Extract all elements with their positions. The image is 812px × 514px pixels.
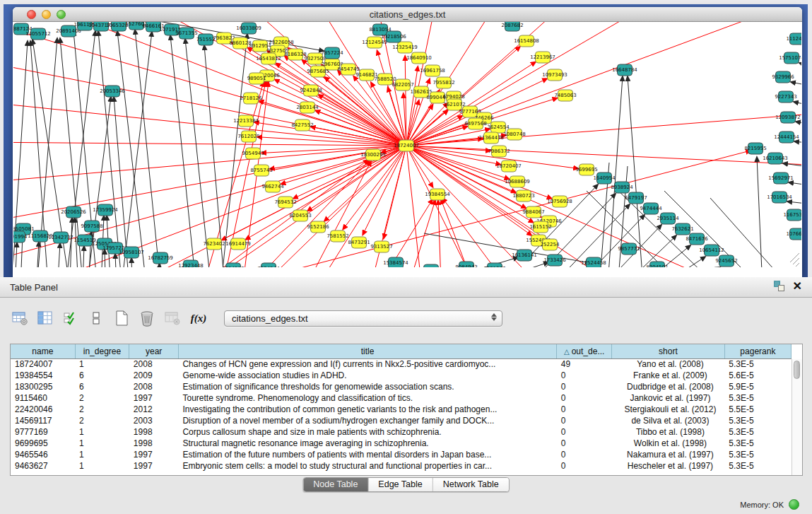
graph-node[interactable]: 8204501: [646, 262, 668, 267]
graph-node[interactable]: 8473291: [348, 237, 370, 248]
graph-node[interactable]: 7634544: [257, 263, 280, 267]
column-header-year[interactable]: year: [129, 344, 179, 358]
graph-node[interactable]: 10756928: [547, 196, 572, 207]
table-row[interactable]: 969969511998Structural magnetic resonanc…: [11, 438, 792, 449]
graph-node[interactable]: 6479197: [625, 192, 647, 204]
graph-node[interactable]: 989051: [247, 73, 266, 84]
column-header-out-de-[interactable]: △out_de...: [557, 344, 612, 358]
graph-node[interactable]: 9313527: [370, 241, 392, 252]
graph-node[interactable]: 7524452: [420, 264, 442, 267]
table-settings-button[interactable]: [10, 309, 29, 328]
graph-node[interactable]: 16914479: [225, 238, 251, 250]
graph-node[interactable]: 15384574: [383, 257, 408, 267]
graph-node[interactable]: 12325419: [392, 42, 418, 53]
graph-node[interactable]: 1167533: [783, 209, 801, 221]
graph-node[interactable]: 1201372: [483, 263, 505, 267]
graph-node[interactable]: 17016534: [767, 192, 792, 203]
graph-node[interactable]: 1880723: [512, 190, 534, 201]
graph-node[interactable]: 16648784: [612, 64, 637, 76]
graph-node[interactable]: 252254: [541, 239, 560, 250]
tab-node-table[interactable]: Node Table: [303, 478, 368, 491]
tab-network-table[interactable]: Network Table: [433, 478, 509, 491]
table-row[interactable]: 2242004622012Investigating the contribut…: [11, 404, 792, 415]
table-row[interactable]: 946554611997Estimation of the future num…: [11, 449, 792, 460]
column-header-short[interactable]: short: [612, 344, 725, 358]
graph-node[interactable]: 9227343: [775, 91, 796, 103]
memory-status-indicator[interactable]: [789, 499, 799, 510]
graph-node[interactable]: 8427552: [291, 119, 313, 131]
graph-node[interactable]: 7612025: [237, 131, 259, 142]
table-row[interactable]: 1830029562008Estimation of significance …: [11, 381, 792, 392]
table-row[interactable]: 1456911722003Disruption of a novel membe…: [11, 415, 792, 426]
graph-node[interactable]: 9084943: [455, 262, 477, 267]
graph-node[interactable]: 16782759: [148, 252, 173, 264]
table-row[interactable]: 1872400712008Changes of HCN gene express…: [11, 358, 792, 370]
graph-node[interactable]: 16136141: [512, 250, 537, 261]
graph-node[interactable]: 9462744: [261, 181, 284, 192]
graph-node[interactable]: 1640954: [593, 173, 616, 184]
table-row[interactable]: 911546021997Tourette syndrome. Phenomeno…: [11, 392, 792, 404]
graph-node[interactable]: 16210643: [763, 153, 788, 164]
graph-node[interactable]: 12444154: [774, 132, 799, 143]
column-header-pagerank[interactable]: pagerank: [724, 344, 791, 358]
graph-node[interactable]: 7986372: [488, 146, 510, 157]
scrollbar-thumb[interactable]: [794, 361, 800, 379]
graph-node[interactable]: 2087682: [501, 22, 523, 31]
resize-grip-icon[interactable]: [790, 253, 799, 267]
graph-node[interactable]: 15751074: [779, 52, 801, 64]
graph-node[interactable]: 21364436: [478, 132, 504, 144]
create-table-button[interactable]: [112, 309, 131, 328]
graph-node[interactable]: 9242848: [300, 85, 322, 96]
float-panel-icon[interactable]: [774, 281, 784, 291]
table-select-dropdown[interactable]: citations_edges.txt: [224, 310, 502, 327]
graph-node[interactable]: 1080748: [503, 129, 525, 140]
select-rows-button[interactable]: [61, 309, 80, 328]
delete-table-button[interactable]: [137, 309, 156, 328]
graph-node[interactable]: 16961758: [420, 65, 445, 76]
graph-node[interactable]: 12093872: [775, 112, 801, 123]
graph-node[interactable]: 9097588: [81, 221, 102, 232]
graph-node[interactable]: 15692971: [768, 173, 794, 184]
graph-node[interactable]: 8755743: [250, 165, 272, 176]
network-window-titlebar[interactable]: citations_edges.txt: [13, 7, 802, 22]
graph-node[interactable]: 12213384: [233, 115, 259, 127]
graph-node[interactable]: 8215955: [744, 143, 766, 154]
graph-node[interactable]: 1733426: [543, 255, 566, 266]
table-row[interactable]: 946362711997Embryonic stem cells: a mode…: [11, 460, 792, 472]
graph-node[interactable]: 8204553: [289, 210, 311, 221]
function-builder-button[interactable]: f(x): [188, 309, 209, 328]
graph-node[interactable]: 2803144: [296, 102, 319, 113]
table-row[interactable]: 977716911998Corpus callosum shape and si…: [11, 426, 792, 438]
graph-node[interactable]: 18640910: [406, 52, 432, 64]
graph-node[interactable]: 751552: [196, 34, 216, 45]
graph-node[interactable]: 12923448: [178, 260, 204, 267]
close-panel-icon[interactable]: ✕: [793, 281, 802, 291]
graph-node[interactable]: 8471676: [686, 233, 708, 245]
column-header-in-degree[interactable]: in_degree: [75, 344, 129, 358]
graph-node[interactable]: 9245652: [715, 255, 737, 267]
graph-node[interactable]: 2935114: [657, 213, 679, 224]
graph-node[interactable]: 16154808: [514, 35, 539, 47]
graph-node[interactable]: 9699695: [575, 164, 597, 175]
graph-node[interactable]: 9329966: [772, 71, 794, 83]
graph-node[interactable]: 9054943: [242, 148, 264, 159]
graph-node[interactable]: 1076612: [786, 228, 801, 240]
graph-node[interactable]: 18720407: [496, 160, 522, 172]
graph-node[interactable]: 10654112: [699, 245, 724, 256]
graph-node[interactable]: 9474444: [640, 203, 662, 214]
table-vertical-scrollbar[interactable]: [792, 359, 802, 475]
graph-node[interactable]: 7955812: [433, 77, 454, 88]
graph-node[interactable]: 7632621: [671, 223, 693, 235]
network-canvas[interactable]: 1872400779638228860128891295423226058932…: [13, 22, 801, 277]
column-header-title[interactable]: title: [178, 344, 556, 358]
graph-node[interactable]: 1112483: [786, 33, 801, 45]
graph-node[interactable]: 16033809: [236, 23, 261, 34]
row-height-button[interactable]: [86, 309, 105, 328]
column-header-name[interactable]: name: [11, 344, 75, 358]
tab-edge-table[interactable]: Edge Table: [368, 478, 433, 491]
table-row[interactable]: 1938455462009Genome-wide association stu…: [11, 370, 792, 381]
graph-node[interactable]: 1654519: [222, 263, 244, 267]
graph-node[interactable]: 10688609: [505, 176, 530, 187]
graph-node[interactable]: 7485063: [554, 90, 576, 101]
show-columns-button[interactable]: [35, 309, 54, 328]
